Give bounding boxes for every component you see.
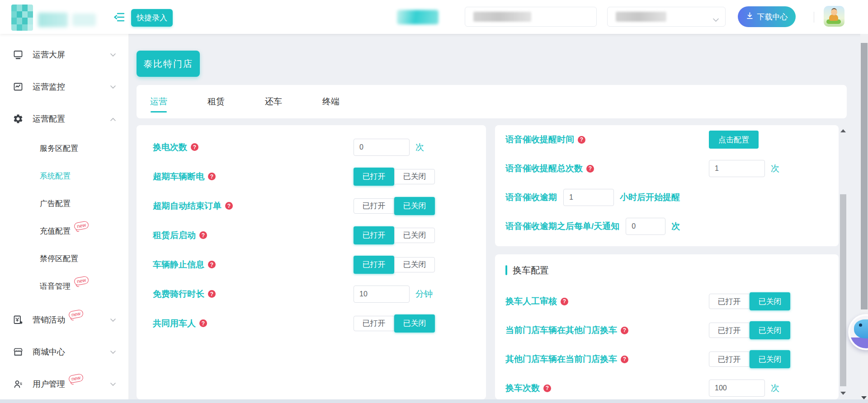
help-icon[interactable]: ? (208, 290, 216, 298)
sidebar-subitem-label: 禁停区配置 (40, 253, 78, 264)
start-after-rental-toggle[interactable]: 已打开 已关闭 (354, 226, 435, 244)
setting-label: 超期车辆断电 (153, 171, 204, 183)
toggle-on-segment[interactable]: 已打开 (354, 256, 394, 274)
help-icon[interactable]: ? (199, 231, 207, 239)
tab-rental[interactable]: 租赁 (208, 85, 225, 118)
help-icon[interactable]: ? (543, 384, 551, 392)
help-icon[interactable]: ? (621, 356, 628, 363)
swap-from-other-store-toggle[interactable]: 已打开 已关闭 (709, 350, 790, 368)
monitor-icon (13, 49, 24, 60)
help-icon[interactable]: ? (225, 202, 233, 210)
setting-label: 语音催收逾期之后每单/天通知 (505, 220, 619, 232)
scroll-down-icon[interactable] (861, 396, 867, 399)
header-select-2[interactable] (607, 7, 726, 27)
panel-scrollbar-thumb[interactable] (840, 194, 846, 386)
sidebar-item-operation-config[interactable]: 运营配置 (0, 103, 128, 135)
unit-suffix: 次 (771, 382, 779, 394)
voice-overdue-notify-input[interactable] (626, 218, 665, 235)
app-name-redacted (38, 13, 68, 27)
new-badge: new (68, 373, 84, 383)
toggle-off-segment[interactable]: 已关闭 (750, 350, 790, 368)
co-user-toggle[interactable]: 已打开 已关闭 (354, 314, 435, 333)
battery-swap-count-input[interactable] (354, 139, 410, 156)
scroll-down-icon[interactable] (840, 392, 846, 395)
toggle-on-segment[interactable]: 已打开 (354, 226, 394, 244)
sidebar-subitem-recharge-config[interactable]: 充值配置 new (0, 217, 128, 245)
tab-label: 租赁 (208, 96, 225, 108)
section-marker (505, 265, 507, 275)
swap-count-input[interactable] (709, 380, 765, 397)
toggle-off-segment[interactable]: 已关闭 (394, 169, 435, 184)
store-button[interactable]: 泰比特门店 (137, 51, 200, 77)
toggle-off-segment[interactable]: 已关闭 (394, 228, 435, 243)
toggle-on-segment[interactable]: 已打开 (354, 316, 394, 331)
help-icon[interactable]: ? (208, 261, 216, 268)
toggle-on-segment[interactable]: 已打开 (709, 323, 750, 338)
page-scrollbar-thumb[interactable] (861, 43, 868, 309)
sidebar-item-label: 营销活动 (33, 314, 65, 325)
sidebar-submenu: 服务区配置 系统配置 广告配置 充值配置 new 禁停区配置 语音管理 new (0, 135, 128, 300)
tab-operation[interactable]: 运营 (150, 85, 167, 118)
help-icon[interactable]: ? (586, 165, 594, 173)
help-icon[interactable]: ? (199, 319, 207, 327)
swap-at-other-store-toggle[interactable]: 已打开 已关闭 (709, 321, 790, 339)
sidebar-item-label: 运营配置 (33, 113, 65, 124)
toggle-off-segment[interactable]: 已关闭 (750, 292, 790, 310)
sidebar-subitem-label: 语音管理 (40, 281, 71, 291)
help-icon[interactable]: ? (578, 136, 585, 144)
help-icon[interactable]: ? (191, 143, 198, 151)
voice-overdue-delay-input[interactable] (563, 189, 614, 206)
voice-remind-total-input[interactable] (709, 160, 765, 177)
setting-label: 换车次数 (505, 382, 540, 394)
voice-overdue-delay-suffix: 小时后开始提醒 (620, 192, 680, 203)
toggle-on-segment[interactable]: 已打开 (709, 351, 750, 367)
free-ride-duration-input[interactable] (354, 286, 410, 303)
sidebar-subitem-system-config[interactable]: 系统配置 (0, 162, 128, 190)
header-select-1[interactable] (465, 7, 597, 27)
toggle-off-segment[interactable]: 已关闭 (750, 321, 790, 339)
unit-suffix: 次 (415, 141, 424, 153)
new-badge: new (74, 276, 90, 286)
tab-terminal[interactable]: 终端 (322, 85, 340, 118)
toggle-off-segment[interactable]: 已关闭 (394, 257, 435, 272)
quick-entry-button[interactable]: 快捷录入 (131, 9, 173, 27)
sidebar-item-user-management[interactable]: 用户管理 new (0, 368, 128, 400)
toggle-on-segment[interactable]: 已打开 (709, 294, 750, 309)
app-name-redacted-2 (72, 14, 96, 26)
tab-return[interactable]: 还车 (265, 85, 282, 118)
sidebar-subitem-voice-management[interactable]: 语音管理 new (0, 272, 128, 300)
help-icon[interactable]: ? (621, 327, 628, 334)
sidebar-item-operation-monitor[interactable]: 运营监控 (0, 70, 128, 103)
help-icon[interactable]: ? (208, 173, 216, 180)
sidebar-item-label: 商城中心 (33, 347, 65, 357)
vehicle-idle-info-toggle[interactable]: 已打开 已关闭 (354, 256, 435, 274)
sidebar-subitem-no-parking-config[interactable]: 禁停区配置 (0, 245, 128, 272)
sidebar-item-mall-center[interactable]: 商城中心 (0, 336, 128, 368)
sidebar-item-label: 运营监控 (33, 81, 65, 92)
gear-icon (13, 113, 24, 124)
new-badge: new (68, 309, 84, 319)
toggle-on-segment[interactable]: 已打开 (354, 198, 394, 214)
main-content: 泰比特门店 运营 租赁 还车 终端 换电次数? 次 超期车辆断电? 已打开 已关… (129, 34, 868, 403)
toggle-on-segment[interactable]: 已打开 (354, 168, 394, 186)
chevron-down-icon (110, 348, 116, 356)
overdue-auto-end-order-toggle[interactable]: 已打开 已关闭 (354, 197, 435, 215)
setting-label: 语音催收逾期 (505, 192, 557, 203)
chevron-up-icon (110, 115, 116, 123)
swap-manual-review-toggle[interactable]: 已打开 已关闭 (709, 292, 790, 310)
scroll-up-icon[interactable] (840, 129, 846, 132)
sidebar-subitem-label: 充值配置 (40, 226, 71, 236)
download-center-button[interactable]: 下载中心 (738, 6, 796, 27)
user-avatar[interactable] (824, 6, 844, 27)
toggle-off-segment[interactable]: 已关闭 (394, 197, 435, 215)
settings-card-left: 换电次数? 次 超期车辆断电? 已打开 已关闭 超期自动结束订单? 已打开 已关… (137, 125, 486, 399)
help-icon[interactable]: ? (561, 298, 568, 305)
sidebar-subitem-service-area-config[interactable]: 服务区配置 (0, 135, 128, 162)
overdue-power-off-toggle[interactable]: 已打开 已关闭 (354, 168, 435, 186)
sidebar-item-marketing[interactable]: 营销活动 new (0, 304, 128, 336)
sidebar-collapse-icon[interactable] (113, 12, 125, 22)
voice-remind-time-config-button[interactable]: 点击配置 (709, 131, 759, 149)
toggle-off-segment[interactable]: 已关闭 (394, 314, 435, 333)
sidebar-item-operation-screen[interactable]: 运营大屏 (0, 38, 128, 70)
sidebar-subitem-ad-config[interactable]: 广告配置 (0, 190, 128, 217)
